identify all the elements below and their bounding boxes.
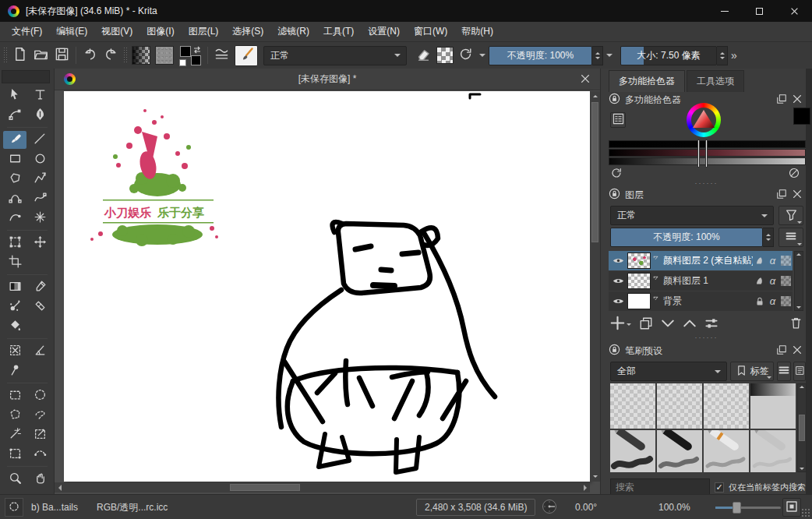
tool-color-sampler[interactable] [28,278,51,296]
tool-line[interactable] [28,131,51,149]
tool-select-rect[interactable] [3,387,26,404]
toolbar-grip[interactable] [3,47,8,64]
menu-edit[interactable]: 编辑(E) [49,22,94,41]
menu-view[interactable]: 视图(V) [94,22,139,41]
layer-alpha-channel-icon[interactable] [779,256,793,266]
undo-button[interactable] [79,45,101,66]
tool-transform[interactable] [3,234,26,252]
brush-size-spinner[interactable] [717,46,728,65]
tool-select-polygon[interactable] [3,406,26,424]
alpha-lock-icon[interactable]: α [766,275,779,287]
tool-pan[interactable] [28,470,51,488]
menu-image[interactable]: 图像(I) [139,22,181,41]
brush-preset-pen-silver[interactable] [750,430,796,472]
toolbar-grip[interactable] [123,47,128,64]
layer-lock-icon[interactable] [753,296,766,307]
docker-splitter[interactable]: ······ [601,335,812,340]
tool-rectangle[interactable] [3,150,26,168]
layer-thumbnail[interactable] [627,273,651,289]
close-docker-icon[interactable] [792,189,803,202]
alpha-lock-icon[interactable]: α [766,295,779,307]
current-brush-name[interactable]: b) Ba...tails [31,495,78,519]
tool-edit-shapes[interactable] [3,106,26,124]
minimize-button[interactable] [707,0,742,22]
menu-file[interactable]: 文件(F) [5,22,49,41]
layer-visibility-icon[interactable] [609,295,627,307]
scroll-left-button[interactable] [55,482,65,493]
canvas-vertical-scrollbar[interactable] [590,91,600,482]
document-close-icon[interactable] [580,73,591,86]
brush-presets-header[interactable]: 笔刷预设 [609,343,803,358]
foreground-color-swatch[interactable] [180,46,191,57]
brush-preset-pen-white[interactable] [704,430,749,472]
close-docker-icon[interactable] [792,94,803,107]
tool-fill[interactable] [3,317,26,335]
tool-text[interactable] [28,86,51,104]
layer-alpha-channel-icon[interactable] [779,276,793,286]
search-in-tag-checkbox[interactable]: ✓ [715,482,724,493]
layer-properties-button[interactable] [778,228,803,247]
tool-ellipse[interactable] [28,150,51,168]
tool-colorize-mask[interactable] [3,298,26,316]
menu-settings[interactable]: 设置(N) [361,22,407,41]
save-document-button[interactable] [51,45,72,66]
close-docker-icon[interactable] [792,344,803,358]
scroll-down-button[interactable] [796,306,801,309]
lock-docker-icon[interactable] [609,188,620,202]
tool-calligraphy[interactable] [28,106,51,124]
chevron-down-icon[interactable] [606,54,613,57]
window-resize-grip[interactable] [801,508,810,517]
selection-indicator-button[interactable] [5,498,23,517]
zoom-slider[interactable] [715,495,781,519]
new-document-button[interactable] [9,45,30,66]
tag-button[interactable]: 标签 [730,362,774,381]
fit-canvas-button[interactable] [782,498,801,517]
foreground-background-colors[interactable] [178,45,202,66]
brush-size-slider[interactable]: 大小: 7.50 像素 [620,46,717,65]
inherit-alpha-icon[interactable] [753,256,766,267]
lock-docker-icon[interactable] [609,93,620,107]
tab-advanced-color-selector[interactable]: 多功能拾色器 [609,70,685,92]
pattern-chooser[interactable] [155,46,174,65]
zoom-value[interactable]: 100.0% [658,495,690,519]
tool-measure[interactable] [28,342,51,360]
default-colors-swatch[interactable] [179,59,186,66]
layer-alpha-channel-icon[interactable] [779,296,793,306]
tool-dynamic-brush[interactable] [3,209,26,227]
color-selector-settings-button[interactable] [610,112,626,128]
bar-handle[interactable] [697,139,700,168]
scrollbar-thumb[interactable] [799,415,805,441]
scrollbar-thumb[interactable] [591,102,598,242]
open-document-button[interactable] [30,45,51,66]
reload-preset-button[interactable] [455,45,476,66]
layer-row[interactable]: 颜料图层 2 (来自粘贴)α [609,251,793,270]
tab-tool-options[interactable]: 工具选项 [687,70,744,92]
chevron-down-icon[interactable] [479,54,485,57]
toolbar-overflow-button[interactable]: » [731,49,737,62]
alpha-lock-icon[interactable]: α [766,255,779,267]
tool-select-freehand[interactable] [28,406,51,424]
layer-name[interactable]: 背景 [662,295,753,308]
tool-bezier-curve[interactable] [3,189,26,207]
menu-layer[interactable]: 图层(L) [182,22,226,41]
maximize-button[interactable] [742,0,777,22]
scroll-up-button[interactable] [796,253,801,256]
swap-colors-icon[interactable] [192,45,202,57]
tool-freehand-brush[interactable] [3,131,26,149]
delete-layer-button[interactable] [789,316,803,332]
brush-menu-button[interactable] [777,362,791,381]
layer-name[interactable]: 颜料图层 2 (来自粘贴) [662,254,753,267]
toolbox-header[interactable] [2,70,50,83]
tool-polyline[interactable] [28,170,51,188]
tool-smart-patch[interactable] [28,298,51,316]
tool-move[interactable] [28,234,51,252]
inherit-alpha-icon[interactable] [753,276,766,287]
workspace-chooser-button[interactable] [211,45,232,66]
add-layer-dropdown[interactable] [627,323,631,326]
tool-multibrush[interactable] [28,209,51,227]
color-wheel[interactable] [687,103,721,137]
move-layer-up-button[interactable] [683,316,697,333]
tool-shape-select[interactable] [3,86,26,104]
menu-tools[interactable]: 工具(T) [316,22,361,41]
scrollbar-thumb[interactable] [230,484,300,491]
